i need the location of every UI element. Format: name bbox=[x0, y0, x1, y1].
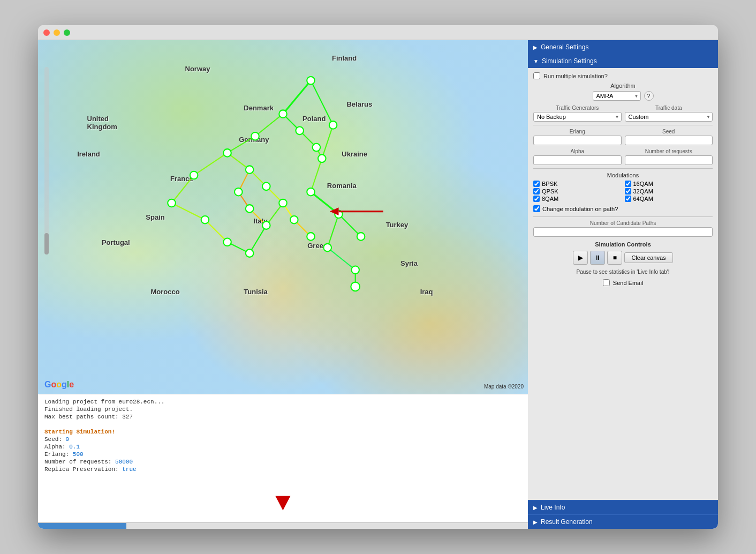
svg-point-45 bbox=[246, 205, 254, 213]
stop-icon: ■ bbox=[613, 254, 617, 261]
pause-button[interactable]: ⏸ bbox=[590, 251, 605, 265]
svg-line-23 bbox=[238, 192, 250, 208]
maximize-button[interactable] bbox=[64, 29, 70, 36]
8qam-checkbox[interactable] bbox=[533, 196, 540, 202]
map-label-iraq: Iraq bbox=[420, 288, 433, 296]
16qam-checkbox[interactable] bbox=[625, 181, 631, 187]
map-label-uk: UnitedKingdom bbox=[87, 115, 117, 131]
8qam-label: 8QAM bbox=[542, 196, 558, 202]
general-settings-header[interactable]: ▶ General Settings bbox=[528, 40, 718, 54]
send-email-row: Send Email bbox=[533, 279, 713, 286]
play-button[interactable]: ▶ bbox=[573, 251, 588, 265]
simulation-settings-header[interactable]: ▼ Simulation Settings bbox=[528, 54, 718, 68]
erlang-label: Erlang bbox=[533, 129, 622, 134]
close-button[interactable] bbox=[43, 29, 50, 36]
map-label-turkey: Turkey bbox=[386, 221, 409, 229]
svg-point-43 bbox=[168, 199, 176, 207]
traffic-generators-group: Traffic Generators No Backup bbox=[533, 105, 622, 122]
stop-button[interactable]: ■ bbox=[607, 251, 622, 265]
mod-16qam: 16QAM bbox=[625, 181, 713, 187]
svg-line-12 bbox=[338, 214, 361, 237]
sim-controls-label: Simulation Controls bbox=[533, 241, 713, 248]
svg-line-1 bbox=[255, 114, 283, 137]
svg-point-52 bbox=[323, 244, 331, 252]
map-label-spain: Spain bbox=[146, 213, 164, 221]
live-info-header[interactable]: ▶ Live Info bbox=[528, 500, 718, 514]
main-window: Finland Norway Denmark UnitedKingdom Ire… bbox=[38, 25, 718, 529]
svg-line-26 bbox=[300, 131, 316, 147]
svg-line-5 bbox=[266, 186, 283, 203]
map-copyright: Map data ©2020 bbox=[484, 384, 524, 390]
pause-info: Pause to see statistics in 'Live Info ta… bbox=[533, 269, 713, 275]
num-requests-label: Number of requests bbox=[625, 148, 713, 154]
candidate-paths-input[interactable]: 10 bbox=[533, 227, 713, 237]
svg-line-0 bbox=[283, 80, 311, 114]
divider-1 bbox=[533, 125, 713, 125]
erlang-input[interactable]: 500 bbox=[533, 136, 622, 145]
bottom-sections: ▶ Live Info ▶ Result Generation bbox=[528, 500, 718, 529]
result-generation-header[interactable]: ▶ Result Generation bbox=[528, 514, 718, 529]
run-multiple-row: Run multiple simulation? bbox=[533, 72, 713, 79]
svg-point-31 bbox=[251, 132, 259, 140]
svg-line-20 bbox=[250, 226, 266, 253]
help-button[interactable]: ? bbox=[644, 91, 654, 101]
triangle-open-icon: ▼ bbox=[533, 58, 539, 64]
map-label-belarus: Belarus bbox=[346, 100, 372, 108]
32qam-checkbox[interactable] bbox=[625, 188, 631, 194]
svg-point-33 bbox=[246, 166, 254, 174]
num-requests-input[interactable]: 50000 bbox=[625, 155, 713, 165]
svg-point-42 bbox=[235, 188, 243, 196]
map-area[interactable]: Finland Norway Denmark UnitedKingdom Ire… bbox=[38, 40, 528, 394]
svg-point-35 bbox=[262, 183, 270, 191]
svg-point-44 bbox=[201, 216, 209, 224]
algorithm-dropdown-wrapper: AMRA bbox=[593, 91, 641, 101]
bpsk-label: BPSK bbox=[542, 181, 557, 187]
run-multiple-checkbox[interactable] bbox=[533, 72, 540, 79]
algorithm-dropdown[interactable]: AMRA bbox=[593, 91, 641, 101]
svg-point-38 bbox=[318, 155, 326, 163]
qpsk-checkbox[interactable] bbox=[533, 188, 540, 194]
traffic-data-label: Traffic data bbox=[625, 105, 713, 111]
right-panel: ▶ General Settings ▼ Simulation Settings… bbox=[528, 40, 718, 529]
map-label-norway: Norway bbox=[185, 65, 210, 73]
result-gen-triangle-icon: ▶ bbox=[533, 519, 538, 525]
seed-input[interactable]: 0 bbox=[625, 136, 713, 145]
traffic-data-dropdown[interactable]: Custom bbox=[625, 112, 713, 122]
alpha-input[interactable]: 0.1 bbox=[533, 155, 622, 165]
map-label-ireland: Ireland bbox=[77, 150, 100, 158]
map-label-ukraine: Ukraine bbox=[342, 150, 367, 158]
send-email-checkbox[interactable] bbox=[603, 279, 610, 286]
svg-line-2 bbox=[228, 136, 255, 153]
algorithm-row: AMRA ? bbox=[533, 91, 713, 101]
map-label-france: France bbox=[170, 175, 193, 183]
erlang-seed-row: Erlang 500 Seed 0 bbox=[533, 129, 713, 145]
svg-line-13 bbox=[328, 214, 339, 248]
minimize-button[interactable] bbox=[54, 29, 60, 36]
svg-line-21 bbox=[266, 203, 283, 226]
svg-line-11 bbox=[311, 192, 338, 214]
traffic-generators-dropdown[interactable]: No Backup bbox=[533, 112, 622, 122]
64qam-label: 64QAM bbox=[633, 196, 653, 202]
svg-line-8 bbox=[311, 80, 333, 125]
send-email-label: Send Email bbox=[613, 280, 643, 286]
console-line bbox=[44, 421, 521, 428]
svg-point-55 bbox=[351, 282, 360, 291]
64qam-checkbox[interactable] bbox=[625, 196, 631, 202]
mod-32qam: 32QAM bbox=[625, 188, 713, 194]
alpha-requests-row: Alpha 0.1 Number of requests 50000 bbox=[533, 148, 713, 165]
mod-8qam: 8QAM bbox=[533, 196, 622, 202]
main-area: Finland Norway Denmark UnitedKingdom Ire… bbox=[38, 40, 718, 529]
bpsk-checkbox[interactable] bbox=[533, 181, 540, 187]
change-mod-checkbox[interactable] bbox=[533, 205, 540, 212]
clear-canvas-button[interactable]: Clear canvas bbox=[624, 252, 672, 263]
map-label-portugal: Portugal bbox=[102, 238, 130, 246]
change-mod-row: Change modulation on path? bbox=[533, 205, 713, 212]
svg-point-48 bbox=[307, 233, 315, 241]
mod-64qam: 64QAM bbox=[625, 196, 713, 202]
console-alpha: Alpha: 0.1 bbox=[44, 444, 521, 450]
progress-bar-container bbox=[38, 522, 528, 529]
scroll-indicator[interactable] bbox=[44, 67, 49, 254]
map-label-denmark: Denmark bbox=[244, 104, 274, 112]
change-mod-label: Change modulation on path? bbox=[542, 206, 618, 212]
svg-point-50 bbox=[246, 249, 254, 257]
